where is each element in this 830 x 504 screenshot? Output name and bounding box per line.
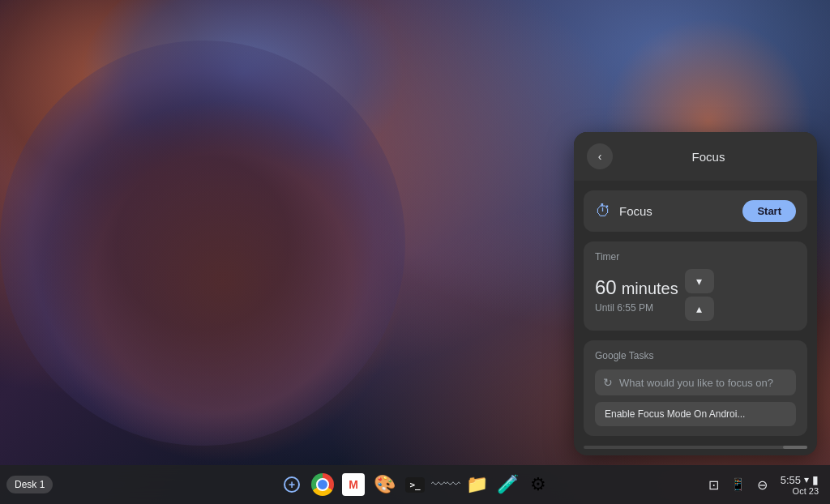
timer-unit: minutes [622,280,678,298]
phone-icon: 📱 [730,477,746,492]
tasks-input-icon: ↻ [603,376,613,389]
dnd-icon: ⊖ [757,477,768,493]
dnd-tray-icon[interactable]: ⊖ [754,474,771,496]
taskbar: Desk 1 + M 🎨 >_ 〰〰 📁 [0,465,830,504]
time-display: 5:55 [781,474,801,486]
scroll-thumb [783,446,807,449]
taskbar-app-gmail[interactable]: M [339,470,368,499]
clock-area[interactable]: 5:55 ▾ ▮ Oct 23 [776,472,824,498]
terminal-icon: >_ [405,477,424,493]
timer-minutes: 60 [595,276,617,299]
focus-row: ⏱ Focus Start [595,200,796,222]
settings-icon: ⚙ [530,474,546,495]
panel-header: ‹ Focus [574,132,817,181]
timer-section: Timer 60 minutes Until 6:55 PM ▾ ▴ [584,241,807,331]
chrome-icon [311,473,334,496]
timer-row: 60 minutes Until 6:55 PM ▾ ▴ [595,269,796,321]
phone-tray-icon[interactable]: 📱 [727,474,749,495]
screenshot-icon: ⊡ [708,477,719,493]
timer-display: 60 minutes Until 6:55 PM [595,276,678,314]
gmail-icon: M [342,473,365,496]
taskbar-app-files[interactable]: 📁 [462,470,491,499]
panel-title: Focus [613,150,804,164]
taskbar-app-terminal[interactable]: >_ [400,470,430,499]
taskbar-right: ⊡ 📱 ⊖ 5:55 ▾ ▮ Oct 23 [705,472,824,498]
focus-panel: ‹ Focus ⏱ Focus Start Timer 60 minutes U… [574,132,817,455]
enable-focus-mode-button[interactable]: Enable Focus Mode On Androi... [595,402,796,426]
timer-label: Timer [595,251,796,263]
battery-icon: ▮ [812,473,819,486]
clock-date: Oct 23 [793,486,819,496]
scroll-indicator [584,446,807,449]
lab-icon: 🧪 [497,474,519,495]
timer-until: Until 6:55 PM [595,302,678,314]
tasks-section: Google Tasks ↻ What would you like to fo… [584,340,807,436]
taskbar-app-newtab[interactable]: + [277,470,306,499]
chevron-up-icon: ▴ [696,302,702,315]
files-icon: 📁 [466,474,488,495]
newtab-icon: + [284,476,300,493]
clock-time: 5:55 ▾ ▮ [781,473,819,486]
taskbar-app-photos[interactable]: 🎨 [370,470,399,499]
taskbar-center: + M 🎨 >_ 〰〰 📁 🧪 ⚙ [277,470,553,499]
timer-decrease-button[interactable]: ▾ [685,269,714,293]
taskbar-app-lab[interactable]: 🧪 [493,470,522,499]
timer-controls: ▾ ▴ [685,269,714,321]
focus-timer-icon: ⏱ [595,202,611,220]
audio-icon: 〰〰 [431,476,460,493]
taskbar-app-audio[interactable]: 〰〰 [431,470,460,499]
tasks-input-placeholder: What would you like to focus on? [619,377,773,389]
desk-pill[interactable]: Desk 1 [6,476,53,493]
taskbar-app-settings[interactable]: ⚙ [524,470,553,499]
tasks-label: Google Tasks [595,350,796,361]
back-button[interactable]: ‹ [587,143,613,169]
wifi-icon: ▾ [804,474,809,485]
taskbar-app-chrome[interactable] [308,470,337,499]
blob-4 [41,99,405,463]
timer-value-row: 60 minutes [595,276,678,299]
focus-card: ⏱ Focus Start [584,190,807,232]
start-button[interactable]: Start [742,200,796,222]
timer-increase-button[interactable]: ▴ [685,297,714,321]
taskbar-left: Desk 1 [6,476,53,493]
photos-icon: 🎨 [374,474,396,495]
screenshot-tray-icon[interactable]: ⊡ [705,474,722,496]
tasks-input-field[interactable]: ↻ What would you like to focus on? [595,369,796,395]
focus-card-label: Focus [619,204,734,218]
chevron-down-icon: ▾ [696,275,702,288]
